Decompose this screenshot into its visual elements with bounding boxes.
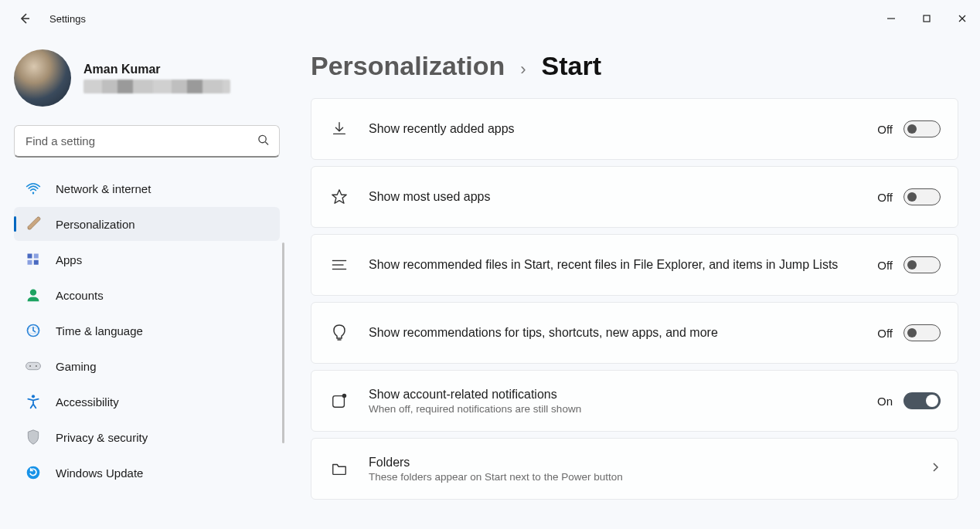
nav: Network & internet Personalization Apps … [14, 171, 280, 490]
sidebar-scrollbar[interactable] [282, 242, 284, 443]
setting-account-notifications[interactable]: Show account-related notifications When … [311, 370, 958, 432]
setting-title: Folders [369, 456, 911, 470]
toggle-wrap: On [877, 392, 941, 409]
network-icon [25, 180, 42, 197]
svg-point-14 [29, 365, 31, 367]
chevron-right-icon [930, 462, 941, 476]
setting-subtitle: When off, required notifications are sti… [369, 403, 859, 415]
toggle-wrap: Off [877, 188, 941, 205]
time-icon [25, 322, 42, 339]
search-wrap [14, 125, 280, 158]
arrow-left-icon [19, 12, 31, 25]
app-title: Settings [49, 13, 86, 25]
maximize-icon [922, 14, 931, 23]
setting-subtitle: These folders appear on Start next to th… [369, 471, 911, 483]
list-icon [328, 254, 350, 276]
profile-email-redacted [83, 80, 230, 93]
breadcrumb-parent[interactable]: Personalization [311, 51, 505, 81]
setting-recommendations-tips[interactable]: Show recommendations for tips, shortcuts… [311, 302, 958, 364]
main: Personalization › Start Show recently ad… [294, 37, 980, 529]
minimize-icon [886, 14, 896, 23]
page-title: Start [542, 51, 601, 81]
svg-point-17 [27, 466, 40, 480]
gaming-icon [25, 358, 42, 375]
sidebar-item-label: Privacy & security [56, 431, 148, 444]
svg-point-15 [36, 365, 37, 367]
sidebar-item-privacy[interactable]: Privacy & security [14, 420, 280, 454]
toggle-state: Off [877, 123, 893, 136]
apps-icon [25, 251, 42, 268]
setting-title: Show most used apps [369, 190, 859, 204]
setting-most-used[interactable]: Show most used apps Off [311, 166, 958, 228]
profile-name: Aman Kumar [83, 63, 230, 76]
sidebar-item-gaming[interactable]: Gaming [14, 349, 280, 383]
sidebar-item-label: Accessibility [56, 395, 119, 409]
svg-rect-7 [28, 254, 32, 259]
close-button[interactable] [944, 6, 980, 31]
svg-line-5 [265, 142, 268, 145]
sidebar-item-accessibility[interactable]: Accessibility [14, 385, 280, 419]
minimize-button[interactable] [873, 6, 909, 31]
svg-point-11 [30, 290, 36, 296]
svg-rect-10 [34, 260, 39, 265]
accessibility-icon [25, 393, 42, 410]
sidebar-item-update[interactable]: Windows Update [14, 456, 280, 490]
toggle-state: Off [877, 327, 893, 340]
profile[interactable]: Aman Kumar [14, 43, 289, 119]
download-icon [328, 118, 350, 140]
svg-rect-21 [333, 396, 345, 408]
sidebar-item-label: Accounts [56, 289, 104, 302]
setting-recently-added[interactable]: Show recently added apps Off [311, 98, 958, 160]
toggle[interactable] [903, 188, 941, 205]
toggle[interactable] [903, 392, 941, 409]
svg-rect-1 [924, 15, 930, 22]
titlebar: Settings [0, 0, 980, 37]
sidebar-item-label: Gaming [56, 360, 97, 373]
setting-title: Show account-related notifications [369, 388, 859, 402]
sidebar-item-label: Personalization [56, 218, 135, 231]
folder-icon [328, 458, 350, 480]
setting-title: Show recommendations for tips, shortcuts… [369, 326, 859, 340]
svg-rect-9 [28, 260, 32, 265]
sidebar-item-personalization[interactable]: Personalization [14, 207, 280, 241]
avatar [14, 49, 71, 107]
brush-icon [25, 215, 42, 232]
sidebar-item-label: Apps [56, 253, 82, 266]
sidebar-item-time[interactable]: Time & language [14, 314, 280, 348]
toggle-wrap: Off [877, 324, 941, 341]
search-icon [257, 134, 269, 149]
breadcrumb: Personalization › Start [311, 51, 958, 81]
sidebar-item-accounts[interactable]: Accounts [14, 278, 280, 312]
close-icon [958, 14, 967, 23]
toggle[interactable] [903, 256, 941, 273]
sidebar-item-label: Network & internet [56, 182, 151, 195]
window-controls [873, 6, 980, 31]
setting-folders[interactable]: Folders These folders appear on Start ne… [311, 438, 958, 500]
update-icon [25, 464, 42, 481]
sidebar: Aman Kumar Network & internet Personaliz… [0, 37, 294, 529]
chevron-right-icon: › [520, 59, 526, 80]
bulb-icon [328, 322, 350, 344]
sidebar-item-label: Windows Update [56, 466, 143, 480]
privacy-icon [25, 429, 42, 446]
svg-rect-13 [26, 362, 41, 369]
sidebar-item-apps[interactable]: Apps [14, 242, 280, 276]
svg-point-22 [342, 394, 347, 398]
setting-title: Show recently added apps [369, 122, 859, 136]
setting-recommended-files[interactable]: Show recommended files in Start, recent … [311, 234, 958, 296]
svg-point-16 [32, 395, 35, 398]
toggle[interactable] [903, 120, 941, 137]
accounts-icon [25, 287, 42, 303]
toggle-state: Off [877, 259, 893, 272]
toggle[interactable] [903, 324, 941, 341]
setting-title: Show recommended files in Start, recent … [369, 258, 859, 272]
settings-list: Show recently added apps Off Show most u… [311, 98, 958, 500]
back-button[interactable] [12, 6, 37, 31]
search-input[interactable] [14, 125, 280, 158]
svg-point-6 [32, 192, 35, 195]
toggle-wrap: Off [877, 256, 941, 273]
toggle-state: On [877, 395, 893, 408]
maximize-button[interactable] [909, 6, 944, 31]
sidebar-item-network[interactable]: Network & internet [14, 171, 280, 205]
profile-text: Aman Kumar [83, 63, 230, 93]
